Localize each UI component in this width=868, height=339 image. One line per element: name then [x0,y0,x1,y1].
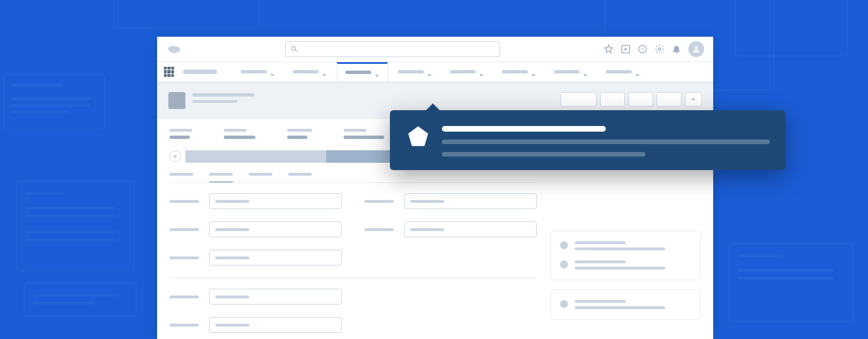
bullet-icon [560,260,568,268]
summary-field-1 [224,129,255,139]
chevron-down-icon [375,70,379,75]
form-field [170,193,342,209]
bell-icon[interactable] [671,44,682,54]
nav-tab-7[interactable] [598,62,648,81]
form-section-0 [170,193,537,333]
app-launcher-icon[interactable] [164,67,174,77]
nav-tab-4[interactable] [442,62,492,81]
side-panel-1 [550,289,701,320]
detail-tabs [170,173,537,183]
pentagon-badge-icon [406,124,431,149]
action-button-3[interactable] [657,92,682,107]
form-field [170,221,342,237]
summary-field-0 [170,129,192,139]
path-step-0[interactable] [185,150,255,163]
form-field [170,317,342,333]
search-container [182,41,604,57]
nav-tab-6[interactable] [546,62,596,81]
form-field [364,221,537,237]
guidance-popover[interactable] [390,110,785,170]
nav-tab-5[interactable] [494,62,544,81]
record-action-buttons [561,92,702,107]
form-field [170,250,342,266]
detail-tab-1[interactable] [209,173,233,182]
bullet-icon [560,241,568,249]
chevron-down-icon [427,69,432,74]
favorite-icon[interactable] [604,44,614,54]
summary-field-2 [287,129,312,139]
popover-body [442,124,770,157]
text-input[interactable] [404,193,537,209]
gear-icon[interactable] [654,44,665,54]
detail-tab-0[interactable] [170,173,193,182]
add-icon[interactable] [620,44,631,54]
form-field [364,193,537,209]
svg-marker-5 [408,126,428,146]
action-button-menu[interactable] [685,92,702,107]
popover-text-line [442,152,645,157]
action-button-2[interactable] [628,92,653,107]
list-item[interactable] [560,300,691,309]
global-header: ? [157,37,713,62]
record-type-icon [168,92,185,109]
chevron-down-icon [322,69,327,74]
global-search-input[interactable] [285,41,500,57]
chevron-down-icon [531,69,536,74]
search-icon [290,45,298,53]
nav-tab-0[interactable] [233,62,283,81]
summary-field-3 [344,129,384,139]
text-input[interactable] [209,221,342,237]
user-avatar-icon[interactable] [688,41,704,57]
list-item[interactable] [560,260,691,270]
text-input[interactable] [209,193,342,209]
text-input[interactable] [209,289,342,305]
action-button-1[interactable] [600,92,625,107]
app-window: ? [157,37,713,339]
detail-tab-2[interactable] [249,173,272,182]
section-divider [170,278,537,279]
app-name [183,69,217,74]
action-button-0[interactable] [561,92,597,107]
path-collapse-button[interactable] [170,151,181,162]
detail-tab-3[interactable] [288,173,312,182]
text-input[interactable] [209,250,342,266]
page-title-text [192,92,254,103]
popover-title [442,126,606,132]
nav-bar [157,62,713,83]
popover-text-line [442,140,770,144]
chevron-down-icon [270,69,275,74]
svg-point-3 [658,48,661,51]
header-utility-icons: ? [604,41,704,57]
svg-point-4 [695,46,697,49]
chevron-down-icon [479,69,484,74]
side-panel-0 [550,231,701,280]
chevron-down-icon [635,69,640,74]
nav-tab-3[interactable] [390,62,440,81]
form-field [170,289,342,305]
chevron-down-icon [583,69,588,74]
path-step-2[interactable] [326,150,396,163]
salesforce-logo-icon [166,44,182,55]
nav-tab-2[interactable] [337,62,388,81]
svg-text:?: ? [641,46,644,53]
text-input[interactable] [404,221,537,237]
text-input[interactable] [209,317,342,333]
bullet-icon [560,300,568,308]
help-icon[interactable]: ? [637,44,648,54]
page-title-group [168,92,254,109]
path-step-1[interactable] [255,150,326,163]
list-item[interactable] [560,241,691,250]
nav-tab-1[interactable] [285,62,335,81]
